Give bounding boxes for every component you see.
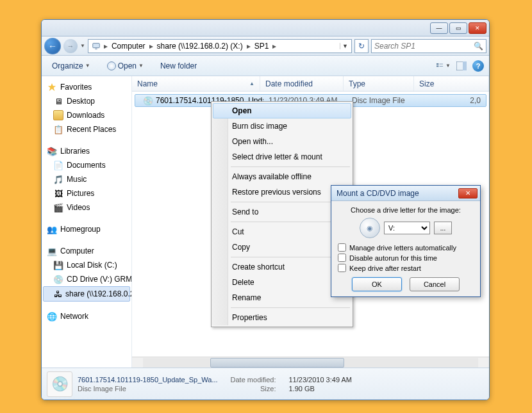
detail-size-value: 1.90 GB bbox=[289, 385, 485, 393]
sidebar-item-pictures[interactable]: 🖼Pictures bbox=[42, 186, 131, 200]
network-icon: 🌐 bbox=[47, 311, 57, 321]
cm-openwith[interactable]: Open with... bbox=[213, 134, 351, 149]
file-type: Disc Image File bbox=[347, 96, 417, 105]
organize-button[interactable]: Organize ▼ bbox=[47, 60, 96, 72]
cm-always-offline[interactable]: Always available offline bbox=[213, 169, 351, 184]
sidebar-item-documents[interactable]: 📄Documents bbox=[42, 158, 131, 172]
cm-select-drive[interactable]: Select drive letter & mount bbox=[213, 149, 351, 165]
detail-filetype: Disc Image File bbox=[78, 385, 218, 393]
disc-image-icon: 💿 bbox=[143, 95, 153, 106]
view-options-button[interactable]: ▼ bbox=[436, 59, 451, 73]
breadcrumb-segment[interactable]: share (\\192.168.0.2) (X:) bbox=[154, 42, 245, 51]
svg-rect-4 bbox=[440, 63, 443, 64]
help-button[interactable]: ? bbox=[472, 60, 484, 72]
preview-pane-button[interactable] bbox=[454, 59, 469, 73]
nav-back-button[interactable]: ← bbox=[44, 38, 61, 54]
breadcrumb-dropdown[interactable]: ▼ bbox=[340, 43, 350, 49]
homegroup-icon: 👥 bbox=[47, 224, 57, 234]
downloads-icon bbox=[53, 110, 63, 120]
sidebar-favorites-header[interactable]: Favorites bbox=[42, 80, 131, 94]
drive-icon: 💾 bbox=[53, 260, 63, 270]
network-drive-icon: 🖧 bbox=[54, 289, 62, 299]
file-size: 2,0 bbox=[417, 96, 486, 105]
search-box[interactable]: 🔍 bbox=[371, 39, 486, 53]
chevron-right-icon: ▸ bbox=[103, 42, 109, 51]
sidebar-item-videos[interactable]: 🎬Videos bbox=[42, 200, 131, 215]
nav-history-dropdown[interactable]: ▼ bbox=[80, 43, 85, 49]
drive-letter-select[interactable]: V: bbox=[384, 222, 430, 234]
sidebar-homegroup-header[interactable]: 👥Homegroup bbox=[42, 222, 131, 236]
chevron-right-icon: ▸ bbox=[148, 42, 154, 51]
toolbar: Organize ▼ Open ▼ New folder ▼ ? bbox=[42, 56, 489, 76]
maximize-button[interactable]: ▭ bbox=[449, 22, 467, 34]
computer-icon bbox=[91, 41, 101, 51]
navigation-pane: Favorites 🖥Desktop Downloads 📋Recent Pla… bbox=[42, 76, 131, 368]
libraries-icon: 📚 bbox=[47, 146, 57, 156]
close-button[interactable]: ✕ bbox=[469, 22, 486, 34]
new-folder-button[interactable]: New folder bbox=[155, 60, 202, 72]
pictures-icon: 🖼 bbox=[53, 188, 63, 198]
svg-rect-7 bbox=[463, 61, 467, 70]
detail-filename: 7601.17514.101119-1850_Update_Sp_Wa... bbox=[78, 376, 218, 384]
disable-autorun-checkbox[interactable]: Disable autorun for this time bbox=[338, 254, 474, 262]
detail-size-label: Size: bbox=[231, 385, 276, 393]
sidebar-item-recent[interactable]: 📋Recent Places bbox=[42, 122, 131, 136]
separator bbox=[231, 307, 350, 308]
open-icon bbox=[107, 61, 116, 70]
disc-icon: ◉ bbox=[360, 218, 380, 238]
ok-button[interactable]: OK bbox=[352, 277, 402, 291]
recent-icon: 📋 bbox=[53, 124, 63, 134]
svg-marker-8 bbox=[48, 83, 56, 91]
manage-letters-checkbox[interactable]: Manage drive letters automatically bbox=[338, 243, 474, 252]
sidebar-item-cddrive[interactable]: 💿CD Drive (V:) GRMSP bbox=[42, 272, 131, 286]
cm-open[interactable]: Open bbox=[213, 103, 351, 118]
column-header-size[interactable]: Size bbox=[414, 76, 489, 91]
cd-icon: 💿 bbox=[53, 274, 63, 284]
nav-forward-button[interactable]: → bbox=[63, 39, 78, 53]
keep-drive-checkbox[interactable]: Keep drive after restart bbox=[338, 264, 474, 272]
sidebar-item-desktop[interactable]: 🖥Desktop bbox=[42, 94, 131, 108]
search-input[interactable] bbox=[374, 42, 474, 51]
breadcrumb-segment[interactable]: SP1 bbox=[252, 42, 272, 51]
detail-date-value: 11/23/2010 3:49 AM bbox=[289, 376, 485, 384]
dialog-titlebar: Mount a CD/DVD image ✕ bbox=[331, 186, 480, 201]
svg-rect-2 bbox=[436, 63, 438, 64]
computer-icon: 💻 bbox=[47, 246, 57, 256]
column-header-name[interactable]: Name▲ bbox=[132, 76, 260, 91]
minimize-button[interactable]: — bbox=[430, 22, 448, 34]
cancel-button[interactable]: Cancel bbox=[410, 277, 460, 291]
videos-icon: 🎬 bbox=[53, 202, 63, 213]
dialog-title: Mount a CD/DVD image bbox=[337, 189, 419, 198]
documents-icon: 📄 bbox=[53, 160, 63, 170]
refresh-button[interactable]: ↻ bbox=[354, 39, 369, 53]
browse-button[interactable]: ... bbox=[434, 222, 452, 234]
details-pane: 💿 7601.17514.101119-1850_Update_Sp_Wa...… bbox=[42, 368, 489, 400]
sidebar-item-downloads[interactable]: Downloads bbox=[42, 108, 131, 122]
dialog-close-button[interactable]: ✕ bbox=[458, 188, 478, 198]
svg-rect-3 bbox=[436, 65, 438, 67]
column-headers: Name▲ Date modified Type Size bbox=[132, 76, 489, 92]
star-icon bbox=[47, 82, 57, 92]
sort-asc-icon: ▲ bbox=[249, 81, 254, 86]
sidebar-item-localdisk[interactable]: 💾Local Disk (C:) bbox=[42, 258, 131, 272]
column-header-date[interactable]: Date modified bbox=[260, 76, 344, 91]
horizontal-scrollbar[interactable] bbox=[132, 357, 489, 368]
disc-image-icon: 💿 bbox=[47, 371, 72, 397]
sidebar-network-header[interactable]: 🌐Network bbox=[42, 309, 131, 323]
cm-burn[interactable]: Burn disc image bbox=[213, 118, 351, 134]
scrollbar-thumb[interactable] bbox=[210, 358, 344, 368]
svg-rect-0 bbox=[93, 43, 100, 47]
music-icon: 🎵 bbox=[53, 174, 63, 184]
open-button[interactable]: Open ▼ bbox=[102, 60, 149, 72]
detail-date-label: Date modified: bbox=[231, 376, 276, 384]
cm-properties[interactable]: Properties bbox=[213, 310, 351, 325]
column-header-type[interactable]: Type bbox=[344, 76, 414, 91]
sidebar-item-music[interactable]: 🎵Music bbox=[42, 172, 131, 186]
sidebar-libraries-header[interactable]: 📚Libraries bbox=[42, 144, 131, 158]
sidebar-item-share[interactable]: 🖧share (\\192.168.0.2) bbox=[43, 286, 130, 302]
sidebar-computer-header[interactable]: 💻Computer bbox=[42, 244, 131, 258]
mount-dialog: Mount a CD/DVD image ✕ Choose a drive le… bbox=[331, 185, 481, 297]
breadcrumb-segment[interactable]: Computer bbox=[109, 42, 148, 51]
chevron-right-icon: ▸ bbox=[245, 42, 252, 51]
breadcrumb[interactable]: ▸ Computer ▸ share (\\192.168.0.2) (X:) … bbox=[88, 39, 352, 53]
